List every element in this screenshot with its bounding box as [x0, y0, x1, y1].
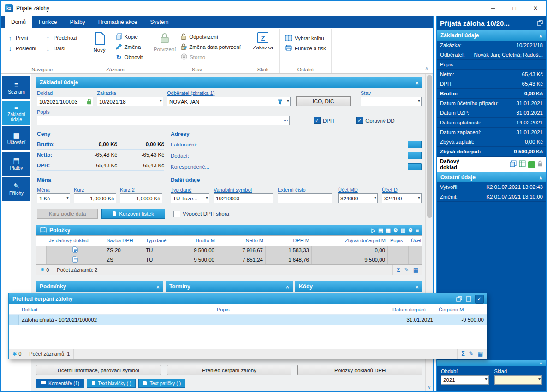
preview-section-zakladni-udaje[interactable]: Základní údaje ∧ — [437, 30, 546, 41]
collapse-icon[interactable]: ∧ — [416, 80, 419, 85]
col-netto-m[interactable]: Netto M — [217, 238, 266, 243]
sklad-label[interactable]: Sklad — [494, 369, 542, 374]
close-button[interactable]: ✕ — [525, 1, 546, 16]
scrollbar-thumb[interactable] — [427, 75, 432, 218]
new-button[interactable]: Nový — [86, 29, 113, 53]
ico-dic-button[interactable]: IČO, DIČ — [296, 96, 351, 106]
tab-system[interactable]: Systém — [143, 16, 175, 28]
section-header-polozky[interactable]: Položky ▷ ▤ ▦ ⚙ ▥ ⚙ ≡ — [36, 225, 422, 235]
minimize-button[interactable]: ─ — [482, 1, 504, 16]
sidebar-item-platby[interactable]: ▤ Platby — [2, 152, 30, 176]
col-je-danovy-doklad[interactable]: Je daňový doklad — [47, 238, 104, 243]
zakazka-field[interactable] — [97, 97, 163, 106]
columns-icon[interactable]: ▥ — [401, 228, 405, 234]
col-dph-m[interactable]: DPH M — [266, 238, 312, 243]
sidebar-item-prilohy[interactable]: ✎ Přílohy — [2, 177, 30, 201]
play-icon[interactable]: ▷ — [372, 228, 375, 234]
tab-text-hlavicky[interactable]: Text hlavičky ( ) — [87, 379, 136, 388]
tab-hromadne-akce[interactable]: Hromadné akce — [92, 16, 144, 28]
edit-pencil-icon[interactable]: ✎ — [404, 267, 409, 273]
kurzovni-listek-button[interactable]: Kurzovní lístek — [101, 209, 165, 219]
col-popis[interactable]: Popis — [388, 238, 409, 243]
chevron-down-icon[interactable]: ▾ — [160, 99, 162, 103]
col-popis[interactable]: Popis — [214, 307, 390, 312]
confirm-check-button[interactable]: ✓ — [475, 295, 484, 304]
address-menu-button[interactable]: ≡ — [408, 152, 422, 159]
previous-button[interactable]: ↑ Předchozí — [43, 33, 79, 43]
print-icon[interactable]: ▤ — [378, 228, 383, 234]
col-typ-dane[interactable]: Typ daně — [143, 238, 180, 243]
maximize-button[interactable]: □ — [504, 1, 525, 16]
confirm-button[interactable]: Potvrzení — [151, 29, 178, 52]
sidebar-item-seznam[interactable]: ≡ Seznam — [2, 76, 30, 99]
ribbon-collapse-icon[interactable]: ∧ — [425, 65, 428, 71]
col-doklad[interactable]: Doklad — [19, 307, 214, 312]
dialog-table-row[interactable]: Záloha přijatá - 10/2021/100002 31.01.20… — [9, 315, 487, 325]
doklad-field[interactable] — [37, 97, 93, 106]
chevron-down-icon[interactable]: ▾ — [66, 195, 69, 200]
variabilni-symbol-label[interactable]: Variabilní symbol — [214, 187, 274, 193]
settings-search-icon[interactable]: ⚙ — [393, 228, 398, 234]
copy-button[interactable]: Kopie — [114, 32, 145, 42]
table-row[interactable]: ZS TU 9 500,00 7 851,24 1 648,76 9 500,0… — [36, 255, 422, 264]
collapse-icon[interactable]: ∧ — [539, 33, 542, 38]
edit-grid-icon[interactable]: ▦ — [478, 351, 483, 357]
variabilni-symbol-field[interactable] — [214, 193, 274, 203]
tab-funkce[interactable]: Funkce — [32, 16, 63, 28]
table-document-icon[interactable] — [519, 160, 526, 169]
copy-icon[interactable] — [510, 160, 517, 169]
section-header-kody[interactable]: Kódy ∧ — [295, 281, 422, 292]
sidebar-item-uctovani[interactable]: ▦ Účtování — [2, 126, 30, 150]
tab-platby[interactable]: Platby — [63, 16, 91, 28]
chevron-down-icon[interactable]: ▾ — [418, 195, 420, 200]
chevron-down-icon[interactable]: ▾ — [538, 377, 541, 381]
col-ucet[interactable]: Účet — [409, 238, 422, 243]
typ-dane-field[interactable] — [171, 193, 209, 203]
change-confirm-date-button[interactable]: Změna data potvrzení — [179, 42, 243, 52]
popis-field[interactable] — [37, 116, 290, 125]
preview-section-ostatni-udaje[interactable]: Ostatní údaje ∧ — [437, 172, 546, 182]
address-menu-button[interactable]: ≡ — [408, 163, 422, 170]
next-button[interactable]: ↓ Další — [43, 43, 79, 53]
kurz-field[interactable] — [74, 193, 116, 203]
odberatel-field[interactable] — [167, 97, 291, 106]
address-menu-button[interactable]: ≡ — [408, 141, 422, 148]
chevron-down-icon[interactable]: ▾ — [485, 377, 487, 381]
obdobi-field[interactable] — [441, 375, 489, 385]
polozky-dokladu-dph-button[interactable]: Položky dokladů DPH — [297, 365, 422, 375]
last-button[interactable]: ↓ Poslední — [5, 43, 38, 53]
open-window-icon[interactable] — [537, 20, 543, 26]
mena-field[interactable] — [37, 193, 70, 203]
chevron-down-icon[interactable]: ▾ — [374, 195, 376, 200]
scroll-down-icon[interactable]: ∨ — [428, 385, 431, 390]
select-book-button[interactable]: Vybrat knihu — [283, 33, 328, 43]
collapse-icon[interactable]: ∧ — [539, 175, 542, 180]
filter-icon[interactable] — [278, 99, 283, 106]
col-sazba-dph[interactable]: Sazba DPH — [104, 238, 143, 243]
collapse-icon[interactable]: ∧ — [156, 284, 160, 289]
storno-button[interactable]: Storno — [179, 52, 243, 62]
menu-icon[interactable]: ≡ — [416, 227, 419, 234]
sum-icon[interactable]: Σ — [461, 351, 464, 357]
sum-icon[interactable]: Σ — [397, 267, 400, 273]
sklad-field[interactable] — [494, 375, 542, 385]
ucet-d-field[interactable] — [382, 193, 422, 203]
section-header-podminky[interactable]: Podmínky ∧ — [36, 281, 163, 292]
accounting-info-button[interactable]: Účetní informace, párovací symbol — [36, 365, 161, 375]
col-zbyva-docerpat-m[interactable]: Zbývá dočerpat M — [312, 238, 388, 243]
dock-icon[interactable] — [466, 296, 471, 302]
opravny-dd-checkbox[interactable]: ✓ Opravný DD — [356, 117, 394, 124]
more-dots-icon[interactable]: … — [283, 117, 288, 122]
kurz2-field[interactable] — [120, 193, 162, 203]
chevron-down-icon[interactable]: ▾ — [287, 99, 289, 103]
open-window-icon[interactable] — [456, 296, 462, 302]
table-row[interactable]: ZS 20 TU -9 500,00 -7 916,67 -1 583,33 0… — [36, 245, 422, 255]
tab-domu[interactable]: Domů — [5, 16, 32, 28]
edit-grid-icon[interactable]: ▦ — [413, 267, 418, 273]
collapse-icon[interactable]: ∧ — [286, 284, 289, 289]
col-brutto-m[interactable]: Brutto M — [180, 238, 217, 243]
first-button[interactable]: ↑ První — [5, 33, 38, 43]
odberatel-label[interactable]: Odběratel (zkratka 1) — [167, 90, 291, 96]
dialog-title-bar[interactable]: Přehled čerpání zálohy ✓ — [9, 293, 487, 304]
chevron-down-icon[interactable]: ▾ — [418, 99, 420, 103]
